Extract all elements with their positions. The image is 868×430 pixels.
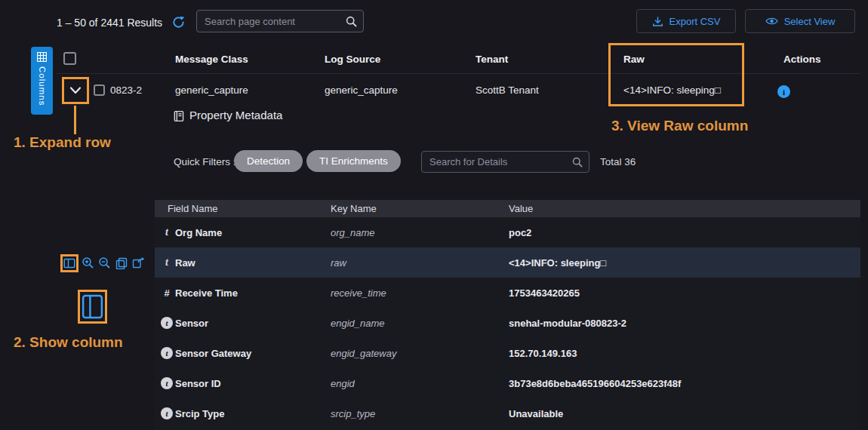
filter-detection-pill[interactable]: Detection <box>234 150 303 172</box>
detail-value: snehal-modular-080823-2 <box>509 318 626 329</box>
row-id-cell: 0823-2 <box>110 84 142 96</box>
export-csv-label: Export CSV <box>669 16 721 27</box>
text-type-icon: t <box>159 226 174 238</box>
column-header-raw[interactable]: Raw <box>623 54 645 65</box>
detail-row[interactable]: t Sensor ID engid 3b73e8d6beba4651966042… <box>155 368 860 398</box>
detail-key-name: raw <box>331 257 346 269</box>
detail-key-name: receive_time <box>331 287 386 299</box>
quick-filters-label: Quick Filters : <box>174 156 236 167</box>
tokenized-text-type-icon: t <box>161 377 173 389</box>
row-raw-cell: <14>INFO: sleeping□ <box>623 84 721 96</box>
chevron-down-icon <box>69 86 82 95</box>
annotation-connector-line <box>74 106 76 134</box>
copy-with-arrow-icon[interactable] <box>132 256 145 269</box>
detail-field-name: Sensor ID <box>175 378 221 389</box>
columns-button[interactable]: Columns <box>31 47 53 115</box>
column-header-log-source[interactable]: Log Source <box>325 54 380 65</box>
select-view-button[interactable]: Select View <box>745 9 855 33</box>
text-type-icon: t <box>159 256 174 269</box>
detail-key-name: engid_gateway <box>331 348 396 359</box>
detail-table-header <box>155 200 860 217</box>
select-view-label: Select View <box>784 16 836 27</box>
columns-grid-icon <box>37 52 47 62</box>
column-header-message-class[interactable]: Message Class <box>175 54 248 65</box>
detail-value: <14>INFO: sleeping□ <box>509 257 606 269</box>
detail-header-value: Value <box>509 203 533 214</box>
search-icon <box>572 157 583 167</box>
header-divider <box>57 73 860 74</box>
highlight-box-raw-column <box>608 43 744 106</box>
row-log-source-cell: generic_capture <box>325 84 398 96</box>
number-type-icon: # <box>159 287 174 299</box>
book-icon <box>173 110 185 122</box>
show-column-icon[interactable] <box>63 257 75 269</box>
download-icon <box>652 16 663 27</box>
tokenized-text-type-icon: t <box>161 347 173 359</box>
log-results-page: 1 – 50 of 2441 Results Export CSV Select… <box>0 0 868 430</box>
results-count-text: 1 – 50 of 2441 Results <box>57 17 162 29</box>
copy-icon[interactable] <box>115 257 128 269</box>
detail-key-name: org_name <box>331 227 375 238</box>
detail-header-field-name: Field Name <box>168 203 217 214</box>
detail-key-name: engid_name <box>331 318 385 329</box>
detail-row[interactable]: t Org Name org_name poc2 <box>155 217 860 247</box>
details-search-box <box>421 151 589 173</box>
detail-key-name: engid <box>331 378 355 389</box>
detail-row-raw-highlighted[interactable]: t Raw raw <14>INFO: sleeping□ <box>155 247 860 278</box>
page-search-input[interactable] <box>197 16 346 27</box>
property-metadata-title: Property Metadata <box>189 109 282 121</box>
columns-button-label: Columns <box>38 66 47 106</box>
show-column-large-icon[interactable] <box>82 294 103 319</box>
detail-value: Unavailable <box>509 408 563 419</box>
detail-field-name: Srcip Type <box>175 408 225 419</box>
detail-value: poc2 <box>509 227 531 238</box>
refresh-icon[interactable] <box>172 16 185 31</box>
detail-field-name: Sensor Gateway <box>175 348 251 359</box>
row-message-class-cell: generic_capture <box>175 84 248 96</box>
detail-value: 1753463420265 <box>509 287 580 299</box>
annotation-step2: 2. Show column <box>14 334 123 351</box>
tokenized-text-type-icon: t <box>161 407 173 419</box>
info-icon[interactable]: i <box>777 85 790 98</box>
column-header-tenant[interactable]: Tenant <box>476 54 508 65</box>
annotation-step1: 1. Expand row <box>14 134 111 151</box>
expand-row-button[interactable] <box>63 78 88 103</box>
detail-field-name: Org Name <box>175 227 222 238</box>
search-icon <box>346 16 357 27</box>
detail-row[interactable]: t Sensor engid_name snehal-modular-08082… <box>155 308 860 338</box>
select-all-checkbox[interactable] <box>63 52 76 65</box>
zoom-in-icon[interactable] <box>82 256 94 269</box>
detail-row[interactable]: # Receive Time receive_time 175346342026… <box>155 278 860 308</box>
detail-field-name: Raw <box>175 257 195 269</box>
tokenized-text-type-icon: t <box>161 317 173 329</box>
total-count-text: Total 36 <box>600 156 636 167</box>
detail-header-key-name: Key Name <box>331 203 377 214</box>
row-tenant-cell: ScottB Tenant <box>476 84 539 96</box>
filter-ti-enrichments-pill[interactable]: TI Enrichments <box>306 150 401 172</box>
details-search-input[interactable] <box>422 156 572 167</box>
eye-icon <box>765 17 778 26</box>
detail-value: 152.70.149.163 <box>509 348 577 359</box>
annotation-step3: 3. View Raw column <box>611 118 748 134</box>
column-header-actions: Actions <box>783 54 821 65</box>
detail-value: 3b73e8d6beba465196604253e623f48f <box>509 378 681 389</box>
detail-key-name: srcip_type <box>331 408 375 419</box>
export-csv-button[interactable]: Export CSV <box>636 9 736 33</box>
page-search-box <box>196 10 364 32</box>
detail-row[interactable]: t Srcip Type srcip_type Unavailable <box>155 398 860 428</box>
detail-field-name: Receive Time <box>175 287 238 299</box>
detail-field-name: Sensor <box>175 318 208 329</box>
zoom-out-icon[interactable] <box>98 256 111 269</box>
row-checkbox[interactable] <box>94 84 105 96</box>
detail-row[interactable]: t Sensor Gateway engid_gateway 152.70.14… <box>155 338 860 368</box>
